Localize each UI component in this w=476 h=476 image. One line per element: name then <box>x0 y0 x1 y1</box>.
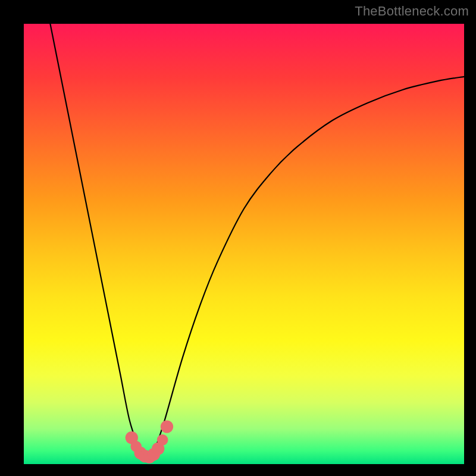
curve-markers <box>126 420 174 463</box>
watermark-text: TheBottleneck.com <box>355 4 469 19</box>
curve-marker <box>157 434 168 446</box>
plot-area <box>24 24 464 464</box>
curve-marker <box>161 420 173 433</box>
chart-frame: TheBottleneck.com <box>0 0 476 476</box>
chart-svg <box>24 24 464 464</box>
bottleneck-curve <box>50 24 464 460</box>
